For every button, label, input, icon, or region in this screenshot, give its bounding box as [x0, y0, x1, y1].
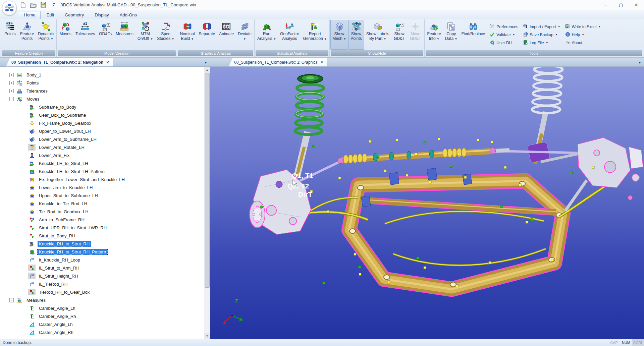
tree-item-lower-arm-to-subframe-lh[interactable]: Lower_Arm_to_Subframe_LH	[0, 135, 204, 143]
tree-item-lower-arm-to-knuckle-lh[interactable]: Lower_arm_to_Knuckle_LH	[0, 183, 204, 191]
import-export-button[interactable]: Import / Export▼	[523, 23, 560, 31]
tree-item-gear-box-to-subframe[interactable]: Gear_Box_to_Subframe	[0, 111, 204, 119]
scrollbar-thumb[interactable]	[205, 73, 210, 288]
tab-graphics[interactable]: 00_Suspension_TL_Compare.wtx: 1: Graphic…	[229, 58, 327, 66]
collapse-icon[interactable]: −	[9, 97, 14, 101]
tree-item-caster-angle-rh[interactable]: Caster_Angle_Rh	[0, 328, 204, 336]
dropdown-arrow-icon[interactable]: ▼	[191, 38, 194, 41]
tree-item-knuckle-lh-to-strut-lh[interactable]: Knuckle_LH_to_Strut_LH	[0, 159, 204, 167]
feature-info-button[interactable]: iFeatureInfo ▼	[425, 20, 443, 50]
tree-item-camber-angle-rh[interactable]: Camber_Angle_Rh	[0, 312, 204, 320]
tab-add-ons[interactable]: Add-Ons	[115, 11, 142, 19]
tree-item-points[interactable]: +Points	[0, 79, 204, 87]
scroll-up-icon[interactable]: ▲	[204, 67, 210, 73]
tree-scrollbar[interactable]: ▲ ▼	[204, 67, 210, 339]
write-to-excel-button[interactable]: Write to Excel▼	[565, 23, 601, 31]
measures-button[interactable]: Measures	[114, 20, 136, 50]
tree-item-knuckle-rh-to-strut-rh-pattern[interactable]: Knuckle_RH_to_Strut_RH_Pattern	[0, 248, 204, 256]
tree-item-il-strut-height-rh[interactable]: IL_Strut_Height_RH	[0, 272, 204, 280]
show-labels-by-part-button[interactable]: Show LabelsBy Part ▼	[364, 20, 391, 50]
tree-item-il-strut-to-arm-rh[interactable]: IL_Strut_to_Arm_RH	[0, 264, 204, 272]
feature-points-button[interactable]: FeaturePoints	[18, 20, 36, 50]
app-logo-icon[interactable]	[2, 1, 17, 15]
dropdown-arrow-icon[interactable]: ▼	[455, 38, 458, 41]
dropdown-arrow-icon[interactable]: ▼	[513, 33, 515, 36]
tree-item-caster-angle-lh[interactable]: Caster_Angle_Lh	[0, 320, 204, 328]
new-file-icon[interactable]	[19, 1, 27, 9]
dropdown-arrow-icon[interactable]: ▼	[172, 38, 174, 41]
tab-display[interactable]: Display	[90, 11, 114, 19]
tree-item-moves[interactable]: −Moves	[0, 95, 204, 103]
user-dll-button[interactable]: User DLL	[490, 39, 518, 47]
show-gd-t-button[interactable]: AShowGD&T	[391, 20, 408, 50]
tree-item-strut-upr-rh-to-strut-lwr-rh[interactable]: Strut_UPR_RH_to_Strut_LWR_RH	[0, 224, 204, 232]
tree-item-subframe-to-body[interactable]: Subframe_to_Body	[0, 103, 204, 111]
tree-item-tie-rod-to-gearbox-lh[interactable]: Tie_Rod_to_Gearbox_LH	[0, 208, 204, 216]
tree-item-knuckle-lh-to-strut-lh-pattern[interactable]: Knuckle_LH_to_Strut_LH_Pattern	[0, 167, 204, 175]
tree-item-knuckle-to-tie-rod-lh[interactable]: Knuckle_to_Tie_Rod_LH	[0, 199, 204, 208]
scroll-down-icon[interactable]: ▼	[204, 333, 210, 339]
tree-item-lower-arm-rotate-lh[interactable]: Lower_Arm_Rotate_LH	[0, 143, 204, 151]
spec-studies-button[interactable]: SpecStudies ▼	[155, 20, 176, 50]
dropdown-arrow-icon[interactable]: ▼	[558, 25, 560, 28]
dropdown-arrow-icon[interactable]: ▼	[384, 38, 386, 41]
geofactor-analysis-button[interactable]: GeoFactorAnalysis	[278, 20, 301, 50]
maximize-button[interactable]: ▢	[613, 0, 629, 10]
tab-home[interactable]: Home	[19, 11, 41, 19]
tree-item-il-tierod-rh[interactable]: IL_TieRod_RH	[0, 280, 204, 288]
tab-geometry[interactable]: Geometry	[60, 11, 89, 19]
graphics-tab-close-icon[interactable]: ✕	[320, 60, 324, 65]
navigation-tab-close-icon[interactable]: ✕	[106, 60, 109, 65]
dropdown-arrow-icon[interactable]: ▼	[273, 38, 276, 41]
open-file-icon[interactable]	[30, 1, 37, 9]
collapse-icon[interactable]: −	[9, 298, 14, 302]
dropdown-arrow-icon[interactable]: ▼	[546, 41, 548, 44]
qat-customize-icon[interactable]: ▾	[53, 3, 55, 7]
dropdown-arrow-icon[interactable]: ▼	[150, 38, 153, 41]
gd-ts-button[interactable]: AGD&Ts	[97, 20, 114, 50]
save-backup-button[interactable]: Save Backup▼	[523, 31, 560, 39]
nominal-build-button[interactable]: NominalBuild ▼	[178, 20, 197, 50]
help-button[interactable]: ?Help▼	[565, 31, 601, 39]
tree-item-camber-angle-lh[interactable]: Camber_Angle_Lh	[0, 304, 204, 312]
preferences-button[interactable]: Preferences	[490, 23, 518, 31]
tree-item-strut-to-body-rh[interactable]: Strut_to_Body_RH	[0, 232, 204, 240]
find-replace-button[interactable]: Find/Replace	[460, 20, 487, 50]
separate-button[interactable]: Separate	[197, 20, 217, 50]
tree-item-measures[interactable]: −Measures	[0, 296, 204, 304]
tree-item-tierod-rh-to-gear-box[interactable]: TieRod_RH_to_Gear_Box	[0, 288, 204, 296]
about-button[interactable]: About...	[565, 39, 601, 47]
tree-item-fix-frame-body-gearbox[interactable]: Fix_Frame_Body_Gearbox	[0, 119, 204, 127]
tree-item-knuckle-rh-to-strut-rh[interactable]: Knuckle_RH_to_Strut_RH	[0, 240, 204, 248]
expand-icon[interactable]: +	[9, 73, 14, 77]
dropdown-arrow-icon[interactable]: ▼	[598, 25, 601, 28]
copy-data-button[interactable]: CopyData ▼	[443, 20, 460, 50]
dropdown-arrow-icon[interactable]: ▼	[51, 38, 53, 41]
expand-icon[interactable]: +	[9, 89, 14, 93]
tab-navigation[interactable]: 00_Suspension_TL_Compare.wtx: 2: Navigat…	[6, 58, 113, 66]
tree-item-arm-to-subframe-rh[interactable]: Arm_to_SubFrame_RH	[0, 216, 204, 224]
graphics-viewport[interactable]: Q1, T1 Q2, T2 DirT Z	[210, 67, 644, 339]
mtm-on-off-button[interactable]: MTMOn/Off ▼	[136, 20, 155, 50]
tree-item-fix-together-lower-strut-and-knuckle-lh[interactable]: Fix_together_Lower_Strut_and_Knuckle_LH	[0, 175, 204, 183]
dynamic-points-button[interactable]: DynamicPoints ▼	[36, 20, 56, 50]
show-points-button[interactable]: ShowPoints	[348, 20, 364, 50]
animate-button[interactable]: Animate	[217, 20, 236, 50]
save-icon[interactable]	[40, 1, 47, 9]
tree-item-tolerances[interactable]: +±1Tolerances	[0, 87, 204, 95]
tree-item-lower-arm-fix[interactable]: Lower_Arm_Fix	[0, 151, 204, 159]
dropdown-arrow-icon[interactable]: ▼	[555, 33, 558, 36]
log-file-button[interactable]: Log File▼	[523, 39, 560, 47]
tab-edit[interactable]: Edit	[42, 11, 59, 19]
tree-item-upper-to-lower-strut-lh[interactable]: Upper_to_Lower_Strut_LH	[0, 127, 204, 135]
validate-button[interactable]: Validate▼	[490, 31, 518, 39]
dropdown-arrow-icon[interactable]: ▼	[582, 33, 584, 36]
moves-button[interactable]: Moves	[57, 20, 73, 50]
tree-item-body-1[interactable]: +Body_1	[0, 71, 204, 79]
tree-item-upper-strut-to-subframe-lh[interactable]: Upper_Strut_to_Subframe_LH	[0, 191, 204, 199]
dropdown-arrow-icon[interactable]: ▼	[244, 38, 246, 41]
dropdown-arrow-icon[interactable]: ▼	[324, 38, 327, 41]
dropdown-arrow-icon[interactable]: ▼	[343, 38, 346, 41]
dropdown-arrow-icon[interactable]: ▼	[437, 38, 439, 41]
navigation-tab-dropdown-icon[interactable]: ▼	[204, 61, 207, 64]
